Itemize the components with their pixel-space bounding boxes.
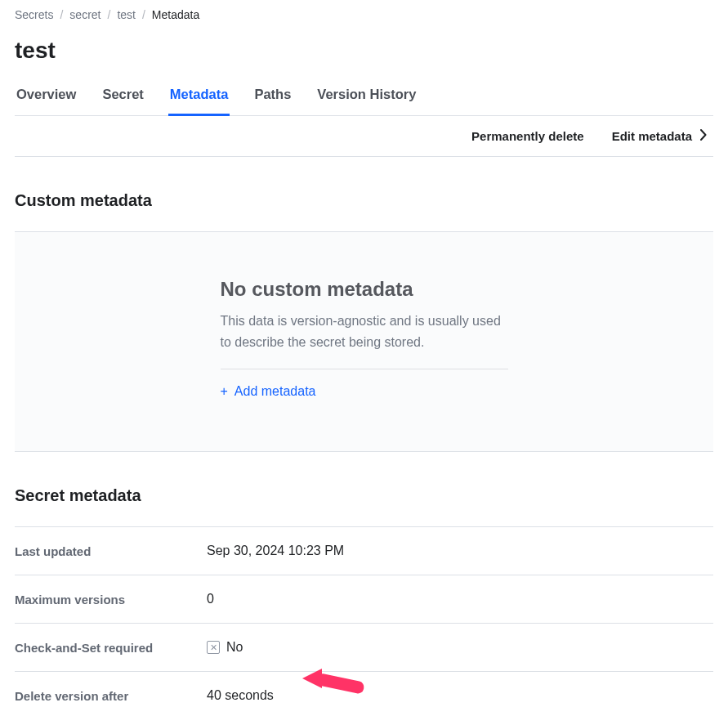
edit-metadata-button[interactable]: Edit metadata: [612, 129, 707, 143]
secret-metadata-title: Secret metadata: [15, 486, 713, 505]
tab-overview[interactable]: Overview: [15, 87, 78, 115]
edit-metadata-label: Edit metadata: [612, 129, 692, 143]
empty-state: No custom metadata This data is version-…: [221, 278, 508, 399]
kv-key-cas-required: Check-and-Set required: [15, 641, 207, 655]
breadcrumb-item-test[interactable]: test: [117, 8, 136, 21]
custom-metadata-title: Custom metadata: [15, 191, 713, 210]
breadcrumb: Secrets / secret / test / Metadata: [15, 8, 713, 21]
table-row: Last updated Sep 30, 2024 10:23 PM: [15, 527, 713, 575]
divider: [221, 369, 508, 369]
tab-secret[interactable]: Secret: [100, 87, 145, 115]
custom-metadata-panel: No custom metadata This data is version-…: [15, 231, 713, 452]
x-square-icon: ✕: [207, 641, 220, 654]
page-title: test: [15, 38, 713, 64]
plus-icon: +: [221, 384, 228, 399]
kv-val-cas-required: ✕ No: [207, 640, 243, 655]
breadcrumb-item-current: Metadata: [152, 8, 199, 21]
kv-key-max-versions: Maximum versions: [15, 593, 207, 606]
kv-key-delete-after: Delete version after: [15, 689, 207, 703]
secret-metadata-table: Last updated Sep 30, 2024 10:23 PM Maxim…: [15, 526, 713, 716]
kv-val-cas-text: No: [226, 640, 243, 655]
breadcrumb-separator: /: [107, 8, 110, 21]
chevron-right-icon: [700, 129, 707, 143]
tab-version-history[interactable]: Version History: [315, 87, 418, 115]
breadcrumb-item-secret[interactable]: secret: [69, 8, 100, 21]
kv-val-delete-after: 40 seconds: [207, 688, 274, 703]
breadcrumb-separator: /: [60, 8, 63, 21]
breadcrumb-item-secrets[interactable]: Secrets: [15, 8, 53, 21]
empty-state-title: No custom metadata: [221, 278, 508, 301]
kv-val-last-updated: Sep 30, 2024 10:23 PM: [207, 544, 344, 558]
empty-state-description: This data is version-agnostic and is usu…: [221, 311, 508, 352]
tab-metadata[interactable]: Metadata: [168, 87, 230, 116]
table-row: Maximum versions 0: [15, 575, 713, 624]
tabs: Overview Secret Metadata Paths Version H…: [15, 87, 713, 116]
breadcrumb-separator: /: [142, 8, 145, 21]
add-metadata-button[interactable]: + Add metadata: [221, 384, 316, 399]
permanently-delete-button[interactable]: Permanently delete: [471, 129, 584, 143]
kv-val-max-versions: 0: [207, 592, 214, 606]
action-bar: Permanently delete Edit metadata: [15, 116, 713, 157]
tab-paths[interactable]: Paths: [252, 87, 293, 115]
table-row: Delete version after 40 seconds: [15, 672, 713, 716]
kv-key-last-updated: Last updated: [15, 544, 207, 558]
table-row: Check-and-Set required ✕ No: [15, 624, 713, 672]
permanently-delete-label: Permanently delete: [471, 129, 584, 143]
add-metadata-label: Add metadata: [234, 384, 316, 399]
